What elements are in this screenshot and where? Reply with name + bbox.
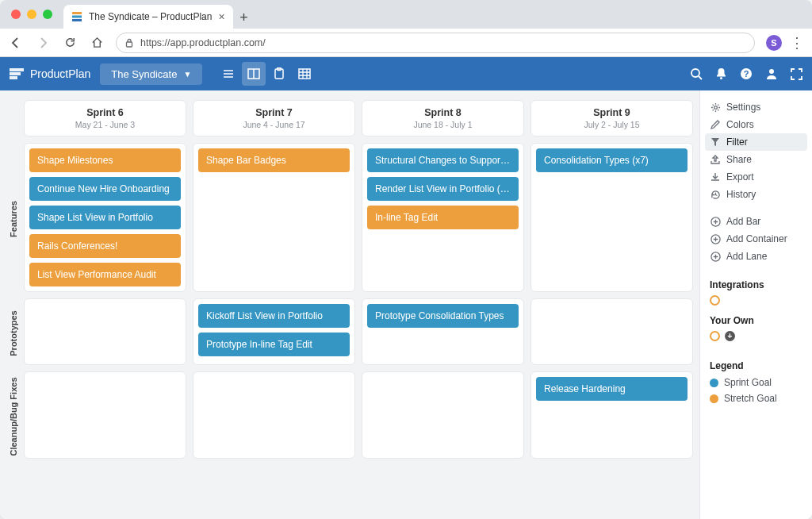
column-header[interactable]: Sprint 9July 2 - July 15 [530, 100, 693, 136]
lane-cell[interactable]: Kickoff List View in PortfolioPrototype … [193, 298, 355, 365]
lane-label[interactable]: Prototypes [3, 297, 24, 370]
list-view-button[interactable] [216, 62, 240, 86]
sidebar-add-lane[interactable]: Add Lane [705, 248, 807, 265]
search-icon[interactable] [690, 67, 703, 80]
profile-avatar[interactable]: S [766, 35, 782, 51]
column-header[interactable]: Sprint 7June 4 - June 17 [193, 100, 355, 136]
column-header[interactable]: Sprint 6May 21 - June 3 [24, 100, 186, 136]
roadmap-card[interactable]: Structural Changes to Support ... [367, 148, 519, 172]
lane-cell[interactable] [362, 371, 524, 459]
roadmap-card[interactable]: Kickoff List View in Portfolio [198, 304, 350, 328]
board-area: FeaturesPrototypesCleanup/Bug Fixes Spri… [0, 90, 699, 519]
download-icon [710, 172, 721, 182]
column-dates: May 21 - June 3 [28, 120, 182, 129]
history-icon [710, 190, 721, 200]
fullscreen-icon[interactable] [791, 68, 802, 80]
app-logo[interactable]: ProductPlan [10, 67, 90, 80]
add-integration-button[interactable]: + [725, 331, 735, 341]
url-text: https://app.productplan.com/ [140, 37, 266, 48]
roadmap-card[interactable]: Shape Bar Badges [198, 148, 350, 172]
help-icon[interactable]: ? [740, 67, 753, 80]
roadmap-card[interactable]: List View Performance Audit [29, 263, 181, 286]
column-header[interactable]: Sprint 8June 18 - July 1 [362, 100, 524, 136]
sidebar-add-container[interactable]: Add Container [705, 230, 807, 248]
lane-cell[interactable] [193, 371, 355, 459]
board-column: Sprint 6May 21 - June 3Shape MilestonesC… [24, 100, 186, 509]
lane-cell[interactable]: Prototype Consolidation Types [362, 298, 524, 365]
your-own-heading: Your Own [705, 310, 807, 329]
lane-cell[interactable]: Structural Changes to Support ...Render … [362, 143, 524, 292]
close-tab-icon[interactable]: × [218, 11, 224, 22]
board-view-button[interactable] [242, 62, 266, 86]
close-window-button[interactable] [11, 10, 21, 19]
view-switcher [216, 62, 316, 86]
minimize-window-button[interactable] [27, 10, 36, 19]
svg-point-11 [691, 69, 699, 77]
plan-selector[interactable]: The Syndicate ▼ [100, 63, 202, 85]
plan-name: The Syndicate [111, 68, 177, 80]
legend-heading: Legend [705, 356, 807, 375]
svg-point-15 [769, 69, 774, 74]
new-tab-button[interactable]: + [233, 6, 255, 29]
integration-dot-icon[interactable] [710, 295, 720, 306]
integration-dot-icon[interactable] [710, 331, 720, 341]
roadmap-card[interactable]: Rails Conferences! [29, 234, 181, 258]
reload-button[interactable] [62, 37, 78, 48]
sidebar-export[interactable]: Export [705, 168, 807, 186]
lane-cell[interactable]: Release Hardening [530, 371, 693, 459]
sidebar-settings[interactable]: Settings [705, 98, 807, 116]
browser-tab[interactable]: The Syndicate – ProductPlan × [63, 5, 233, 29]
address-bar[interactable]: https://app.productplan.com/ [116, 33, 755, 53]
roadmap-card[interactable]: Shape List View in Portfolio [29, 206, 181, 229]
column-title: Sprint 7 [197, 107, 351, 118]
column-title: Sprint 9 [534, 107, 689, 118]
lane-cell[interactable] [24, 371, 186, 459]
browser-menu-icon[interactable]: ⋮ [790, 34, 804, 52]
lane-cell[interactable]: Shape MilestonesContinue New Hire Onboar… [24, 143, 186, 292]
forward-button[interactable] [35, 37, 51, 49]
plus-circle-icon [710, 252, 721, 262]
lane-label[interactable]: Cleanup/Bug Fixes [3, 370, 24, 463]
lane-cell[interactable]: Shape Bar Badges [193, 143, 355, 292]
roadmap-card[interactable]: Prototype In-line Tag Edit [198, 333, 350, 356]
browser-window: The Syndicate – ProductPlan × + https://… [0, 0, 812, 519]
app-header: ProductPlan The Syndicate ▼ [0, 57, 812, 90]
clipboard-view-button[interactable] [267, 62, 291, 86]
board-column: Sprint 8June 18 - July 1Structural Chang… [362, 100, 524, 509]
app-content: FeaturesPrototypesCleanup/Bug Fixes Spri… [0, 90, 812, 519]
column-title: Sprint 8 [366, 107, 520, 118]
svg-rect-1 [72, 16, 82, 18]
lane-cell[interactable]: Consolidation Types (x7) [530, 143, 693, 292]
back-button[interactable] [8, 37, 24, 49]
roadmap-card[interactable]: Shape Milestones [29, 148, 181, 172]
column-dates: June 4 - June 17 [197, 120, 351, 129]
svg-point-16 [714, 106, 717, 109]
roadmap-card[interactable]: Render List View in Portfolio (b... [367, 177, 519, 201]
legend-dot-blue [710, 379, 718, 387]
favicon-icon [71, 11, 82, 22]
sidebar-share[interactable]: Share [705, 151, 807, 168]
sidebar-colors[interactable]: Colors [705, 116, 807, 133]
maximize-window-button[interactable] [43, 10, 52, 19]
table-view-button[interactable] [293, 62, 316, 86]
lane-label[interactable]: Features [3, 141, 24, 297]
roadmap-card[interactable]: Continue New Hire Onboarding [29, 177, 181, 201]
window-controls [6, 0, 63, 29]
roadmap-card[interactable]: Release Hardening [536, 377, 688, 401]
board-column: Sprint 7June 4 - June 17Shape Bar Badges… [193, 100, 355, 509]
user-icon[interactable] [765, 67, 778, 80]
board-grid: Sprint 6May 21 - June 3Shape MilestonesC… [24, 100, 693, 509]
roadmap-card[interactable]: In-line Tag Edit [367, 206, 519, 229]
gear-icon [710, 102, 721, 113]
sidebar-filter[interactable]: Filter [705, 133, 807, 151]
share-icon [710, 155, 721, 164]
bell-icon[interactable] [715, 67, 727, 80]
roadmap-card[interactable]: Consolidation Types (x7) [536, 148, 688, 172]
sidebar-history[interactable]: History [705, 186, 807, 203]
browser-tabstrip: The Syndicate – ProductPlan × + [0, 0, 812, 29]
roadmap-card[interactable]: Prototype Consolidation Types [367, 304, 519, 328]
home-button[interactable] [89, 37, 105, 48]
lane-cell[interactable] [530, 298, 693, 365]
sidebar-add-bar[interactable]: Add Bar [705, 213, 807, 230]
lane-cell[interactable] [24, 298, 186, 365]
